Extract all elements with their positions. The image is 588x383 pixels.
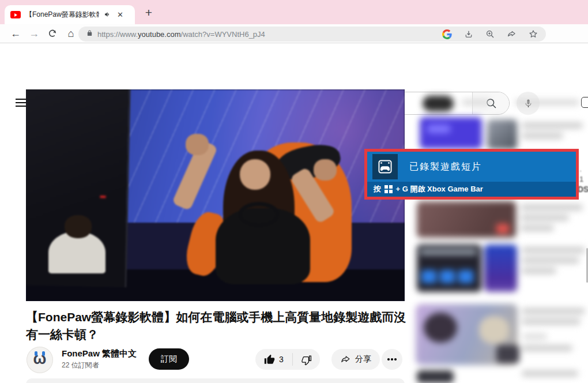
youtube-header: YouTube <box>0 44 588 74</box>
video-thumbnail[interactable] <box>484 245 517 292</box>
video-title: 【FonePaw螢幕錄影軟體】如何在電腦或手機上高質量地錄製遊戲而沒有一絲卡頓？ <box>26 309 406 343</box>
reload-icon[interactable] <box>45 26 60 41</box>
subscriber-count: 22 位訂閱者 <box>62 361 99 370</box>
forward-icon[interactable]: → <box>27 26 42 41</box>
youtube-favicon-icon <box>10 11 21 18</box>
tab-title: 【FonePaw螢幕錄影軟體】如 <box>25 10 99 20</box>
back-icon[interactable]: ← <box>8 26 23 41</box>
home-icon[interactable]: ⌂ <box>63 26 78 41</box>
sidebar-text-fragment: DS <box>578 185 588 194</box>
notification-title: 已錄製遊戲短片 <box>409 161 482 173</box>
channel-avatar[interactable]: ω <box>27 347 53 373</box>
lock-icon <box>86 29 93 39</box>
windows-logo-icon <box>385 185 393 193</box>
tab-close-icon[interactable]: ✕ <box>117 10 123 19</box>
like-button[interactable]: 3 <box>255 354 292 365</box>
sidebar-text-fragment: · 1 <box>579 166 588 183</box>
channel-row: ω FonePaw 繁體中文 22 位訂閱者 訂閱 3 分享 <box>26 346 406 374</box>
notification-hint: 按 + G 開啟 Xbox Game Bar <box>367 182 576 197</box>
download-icon[interactable] <box>464 29 473 39</box>
video-thumbnail[interactable] <box>487 119 517 149</box>
headphones <box>238 202 280 227</box>
suggestions-sidebar <box>411 87 588 383</box>
filter-chip[interactable] <box>423 96 454 111</box>
share-button[interactable]: 分享 <box>331 349 380 370</box>
subscribe-button[interactable]: 訂閱 <box>149 348 189 370</box>
dislike-button[interactable] <box>293 354 320 365</box>
address-bar[interactable]: https://www.youtube.com/watch?v=WYVNtH6_… <box>78 27 546 42</box>
bookmark-star-icon[interactable] <box>529 29 538 39</box>
google-icon[interactable] <box>442 29 452 39</box>
xbox-gamebar-notification[interactable]: 已錄製遊戲短片 按 + G 開啟 Xbox Game Bar <box>364 149 579 200</box>
browser-tab[interactable]: 【FonePaw螢幕錄影軟體】如 ✕ <box>5 5 135 24</box>
zoom-in-icon[interactable] <box>485 29 495 39</box>
share-page-icon[interactable] <box>507 30 517 39</box>
thumb-down-icon <box>301 354 312 365</box>
tab-audio-icon[interactable] <box>104 10 111 20</box>
new-tab-button[interactable]: + <box>141 5 157 21</box>
video-thumbnail[interactable] <box>417 370 454 383</box>
like-dislike-pill: 3 <box>255 349 320 370</box>
video-player[interactable] <box>26 89 405 301</box>
menu-icon[interactable] <box>16 99 27 107</box>
thumb-up-icon <box>264 354 275 365</box>
video-scene <box>26 89 405 301</box>
browser-tab-strip: 【FonePaw螢幕錄影軟體】如 ✕ + <box>0 0 588 24</box>
game-clip-icon <box>372 154 398 179</box>
share-arrow-icon <box>340 355 351 365</box>
url-text: https://www.youtube.com/watch?v=WYVNtH6_… <box>97 30 265 39</box>
channel-name[interactable]: FonePaw 繁體中文 <box>62 348 137 359</box>
more-actions-button[interactable] <box>382 349 402 370</box>
second-person <box>48 231 105 273</box>
description-box[interactable] <box>26 378 405 383</box>
like-count: 3 <box>279 355 284 364</box>
